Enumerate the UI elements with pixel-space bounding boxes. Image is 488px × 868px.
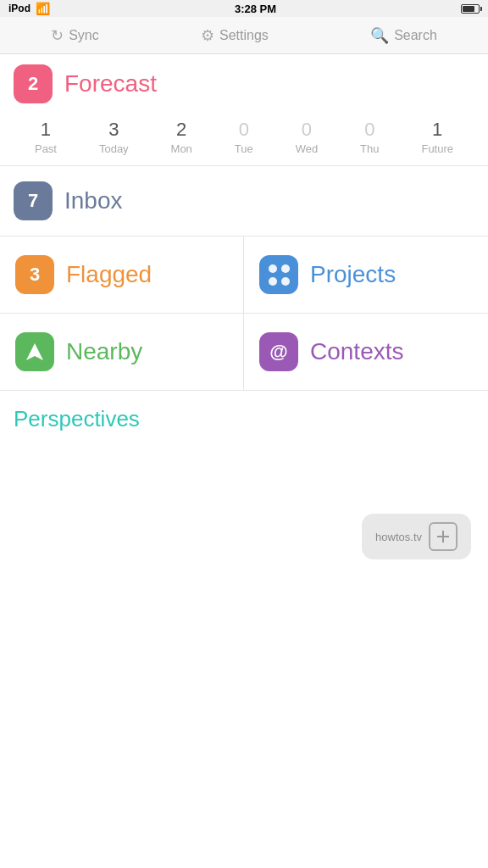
day-future[interactable]: 1 Future [421, 119, 453, 155]
plus-icon [435, 528, 452, 545]
watermark: howtos.tv [362, 514, 471, 559]
settings-label: Settings [219, 28, 269, 43]
dot-4 [281, 277, 290, 286]
day-today[interactable]: 3 Today [99, 119, 129, 155]
status-right [461, 4, 480, 14]
settings-button[interactable]: ⚙ Settings [187, 19, 282, 52]
flagged-badge: 3 [15, 255, 54, 294]
contexts-title: Contexts [310, 338, 404, 365]
day-mon[interactable]: 2 Mon [171, 119, 192, 155]
forecast-header[interactable]: 2 Forecast [14, 64, 474, 103]
dot-3 [269, 277, 277, 286]
day-today-count: 3 [108, 119, 119, 141]
day-wed-label: Wed [296, 142, 319, 155]
contexts-cell[interactable]: @ Contexts [244, 314, 488, 391]
projects-cell[interactable]: Projects [244, 236, 488, 314]
bottom-area: howtos.tv [0, 441, 488, 576]
projects-badge [259, 255, 298, 294]
device-label: iPod [8, 3, 30, 14]
search-button[interactable]: 🔍 Search [357, 19, 451, 52]
add-icon[interactable] [429, 522, 458, 551]
nearby-cell[interactable]: Nearby [0, 314, 244, 391]
search-icon: 🔍 [370, 26, 389, 45]
status-time: 3:28 PM [235, 3, 276, 15]
forecast-badge: 2 [14, 64, 53, 103]
inbox-section[interactable]: 7 Inbox [0, 166, 488, 236]
nearby-badge [15, 332, 54, 371]
day-thu-label: Thu [360, 142, 379, 155]
day-today-label: Today [99, 142, 129, 155]
day-future-label: Future [421, 142, 453, 155]
day-past-count: 1 [41, 119, 51, 141]
inbox-title: Inbox [64, 187, 123, 214]
watermark-text: howtos.tv [375, 531, 422, 543]
forecast-title: Forecast [64, 70, 157, 97]
perspectives-section[interactable]: Perspectives [0, 391, 488, 441]
sync-icon: ↻ [51, 26, 64, 45]
day-thu[interactable]: 0 Thu [360, 119, 379, 155]
dot-1 [269, 264, 277, 273]
day-past[interactable]: 1 Past [35, 119, 57, 155]
day-mon-label: Mon [171, 142, 192, 155]
projects-title: Projects [310, 261, 396, 288]
day-tue-count: 0 [239, 119, 249, 141]
perspectives-title: Perspectives [14, 406, 140, 431]
status-bar: iPod 📶 3:28 PM [0, 0, 488, 17]
sync-button[interactable]: ↻ Sync [37, 19, 113, 52]
forecast-section: 2 Forecast 1 Past 3 Today 2 Mon 0 Tue 0 … [0, 54, 488, 165]
search-label: Search [394, 28, 437, 43]
inbox-badge: 7 [14, 181, 53, 220]
day-past-label: Past [35, 142, 57, 155]
gear-icon: ⚙ [201, 26, 214, 45]
dot-2 [281, 264, 290, 273]
flagged-title: Flagged [66, 261, 152, 288]
svg-marker-0 [26, 343, 43, 360]
battery-fill [463, 6, 474, 12]
contexts-badge: @ [259, 332, 298, 371]
day-tue[interactable]: 0 Tue [235, 119, 253, 155]
flagged-cell[interactable]: 3 Flagged [0, 236, 244, 314]
day-wed[interactable]: 0 Wed [296, 119, 319, 155]
day-future-count: 1 [432, 119, 442, 141]
wifi-icon: 📶 [36, 2, 50, 15]
day-thu-count: 0 [364, 119, 374, 141]
battery-icon [461, 4, 480, 14]
navigation-icon [25, 342, 45, 362]
day-tue-label: Tue [235, 142, 253, 155]
status-left: iPod 📶 [8, 2, 50, 15]
nearby-title: Nearby [66, 338, 142, 365]
grid-section: 3 Flagged Projects Nearby @ Contexts [0, 236, 488, 391]
toolbar: ↻ Sync ⚙ Settings 🔍 Search [0, 17, 488, 54]
forecast-days: 1 Past 3 Today 2 Mon 0 Tue 0 Wed 0 Thu 1… [14, 115, 474, 165]
svg-rect-2 [437, 536, 449, 537]
projects-dots-grid [267, 263, 291, 287]
day-wed-count: 0 [302, 119, 312, 141]
at-icon: @ [269, 341, 287, 363]
day-mon-count: 2 [176, 119, 186, 141]
sync-label: Sync [69, 28, 99, 43]
